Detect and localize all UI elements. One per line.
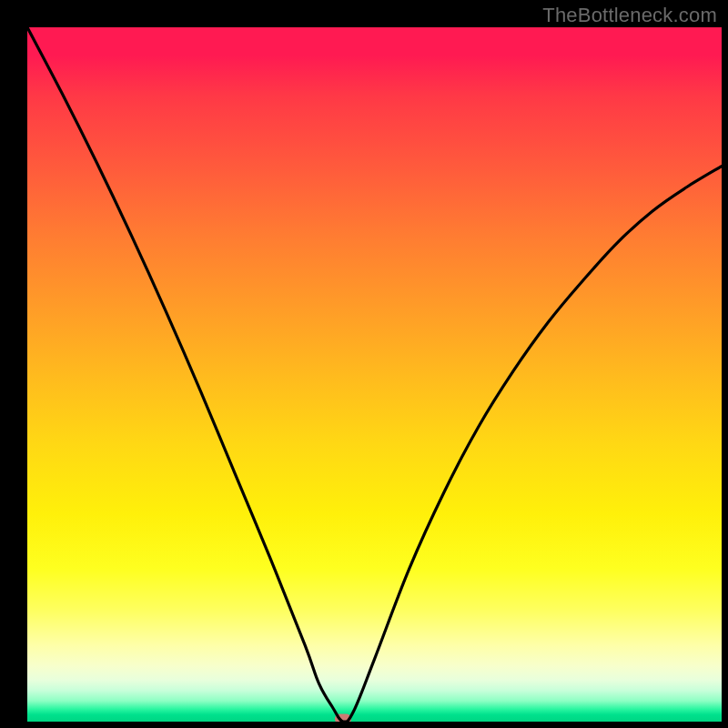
plot-area <box>27 27 722 722</box>
chart-container: TheBottleneck.com <box>0 0 728 728</box>
curve-layer <box>27 27 722 722</box>
watermark-text: TheBottleneck.com <box>542 4 717 27</box>
bottleneck-curve <box>27 27 722 722</box>
